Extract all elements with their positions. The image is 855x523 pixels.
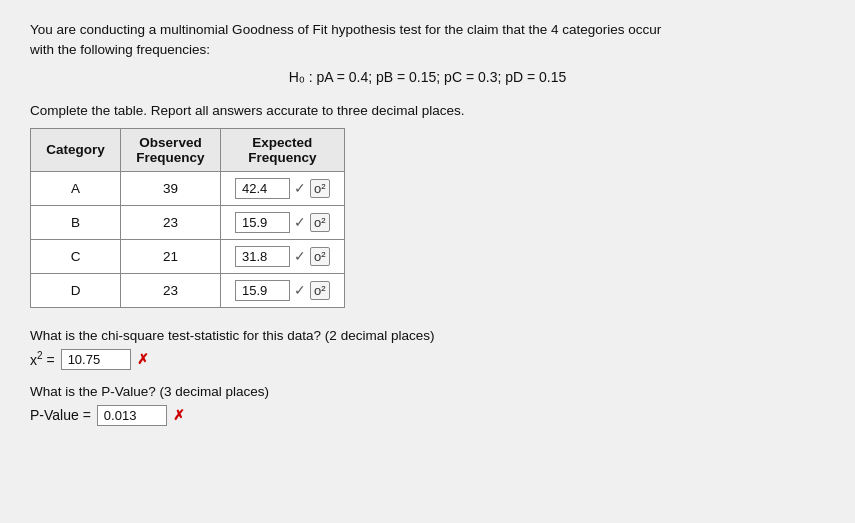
pvalue-label: P-Value = — [30, 407, 91, 423]
cell-category: A — [31, 171, 121, 205]
table-row: B2315.9✓o² — [31, 205, 345, 239]
chi-square-answer-row: x2 = 10.75 ✗ — [30, 349, 825, 370]
frequency-table: Category ObservedFrequency ExpectedFrequ… — [30, 128, 345, 308]
table-row: D2315.9✓o² — [31, 273, 345, 307]
intro-line2: with the following frequencies: — [30, 42, 210, 57]
cell-category: B — [31, 205, 121, 239]
pvalue-section: What is the P-Value? (3 decimal places) … — [30, 384, 825, 426]
instruction: Complete the table. Report all answers a… — [30, 103, 825, 118]
sigma-icon[interactable]: o² — [310, 281, 330, 300]
check-icon: ✓ — [294, 282, 306, 298]
intro-line1: You are conducting a multinomial Goodnes… — [30, 22, 661, 37]
pvalue-question: What is the P-Value? (3 decimal places) — [30, 384, 825, 399]
check-icon: ✓ — [294, 180, 306, 196]
table-row: C2131.8✓o² — [31, 239, 345, 273]
pvalue-xmark: ✗ — [173, 407, 185, 423]
cell-observed: 23 — [121, 273, 221, 307]
cell-category: D — [31, 273, 121, 307]
check-icon: ✓ — [294, 214, 306, 230]
sigma-icon[interactable]: o² — [310, 247, 330, 266]
expected-input[interactable]: 15.9 — [235, 212, 290, 233]
pvalue-input[interactable]: 0.013 — [97, 405, 167, 426]
col-header-category: Category — [31, 128, 121, 171]
chi-square-section: What is the chi-square test-statistic fo… — [30, 328, 825, 370]
sigma-icon[interactable]: o² — [310, 179, 330, 198]
chi-square-input[interactable]: 10.75 — [61, 349, 131, 370]
cell-expected[interactable]: 42.4✓o² — [221, 171, 345, 205]
chi-square-xmark: ✗ — [137, 351, 149, 367]
chi-square-label: x2 = — [30, 350, 55, 368]
col-header-expected: ExpectedFrequency — [221, 128, 345, 171]
sigma-icon[interactable]: o² — [310, 213, 330, 232]
cell-expected[interactable]: 15.9✓o² — [221, 273, 345, 307]
cell-observed: 23 — [121, 205, 221, 239]
expected-input[interactable]: 31.8 — [235, 246, 290, 267]
col-header-observed: ObservedFrequency — [121, 128, 221, 171]
chi-square-question: What is the chi-square test-statistic fo… — [30, 328, 825, 343]
cell-expected[interactable]: 31.8✓o² — [221, 239, 345, 273]
expected-input[interactable]: 42.4 — [235, 178, 290, 199]
cell-observed: 39 — [121, 171, 221, 205]
check-icon: ✓ — [294, 248, 306, 264]
pvalue-answer-row: P-Value = 0.013 ✗ — [30, 405, 825, 426]
cell-observed: 21 — [121, 239, 221, 273]
intro-paragraph: You are conducting a multinomial Goodnes… — [30, 20, 825, 85]
table-row: A3942.4✓o² — [31, 171, 345, 205]
cell-category: C — [31, 239, 121, 273]
cell-expected[interactable]: 15.9✓o² — [221, 205, 345, 239]
hypothesis: H₀ : pA = 0.4; pB = 0.15; pC = 0.3; pD =… — [30, 69, 825, 85]
expected-input[interactable]: 15.9 — [235, 280, 290, 301]
